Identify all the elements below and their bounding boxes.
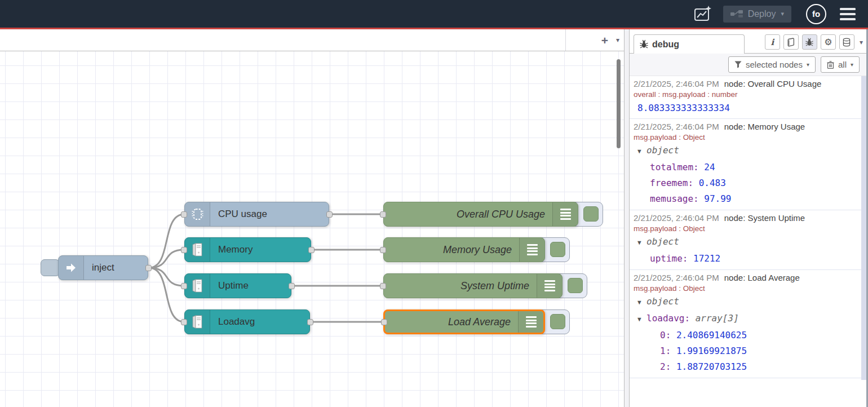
filter-funnel-icon [734, 61, 742, 68]
node-loadavg[interactable]: Loadavg [184, 309, 310, 334]
payload-value: 1.99169921875 [676, 346, 747, 356]
message-timestamp: 2/21/2025, 2:46:04 PM [634, 213, 719, 223]
header-bar: Deploy ▾ fo [0, 0, 868, 29]
message-property-path: msg.payload : Object [634, 284, 859, 294]
avatar-initials: fo [812, 9, 820, 19]
input-port[interactable] [381, 319, 387, 325]
output-port[interactable] [289, 283, 295, 289]
clear-messages-button[interactable]: all ▾ [821, 56, 860, 73]
input-port[interactable] [380, 283, 386, 289]
message-property-path: overall : msg.payload : number [634, 90, 859, 100]
sidebar-splitter[interactable] [624, 29, 630, 407]
debug-message-list[interactable]: 2/21/2025, 2:46:04 PMnode: Overall CPU U… [630, 76, 867, 407]
debug-message[interactable]: 2/21/2025, 2:46:04 PMnode: System Uptime… [630, 210, 867, 270]
wire[interactable] [149, 268, 184, 286]
message-timestamp: 2/21/2025, 2:46:04 PM [634, 79, 719, 89]
output-port[interactable] [145, 265, 152, 271]
node-debug-overall-cpu[interactable]: Overall CPU Usage [383, 202, 578, 227]
node-red-app: Deploy ▾ fo + ▾ [0, 0, 868, 407]
message-source-node: node: System Uptime [724, 213, 805, 223]
node-debug-load-average[interactable]: Load Average [383, 309, 545, 334]
node-debug-uptime[interactable]: System Uptime [383, 273, 563, 298]
debug-enable-toggle[interactable] [583, 206, 599, 222]
payload-value: 1.88720703125 [676, 361, 747, 372]
input-port[interactable] [181, 283, 187, 289]
config-nodes-tab-button[interactable]: ⚙ [821, 34, 836, 50]
flow-tab-bar: + ▾ [0, 29, 624, 51]
main-menu-button[interactable] [840, 8, 856, 20]
user-avatar[interactable]: fo [806, 4, 826, 24]
debug-filter-row: selected nodes ▾ all ▾ [630, 54, 867, 76]
debug-enable-toggle[interactable] [568, 278, 583, 293]
tab-bar-divider [565, 29, 566, 51]
ai-assistant-button[interactable] [693, 4, 713, 24]
sidebar-menu-caret-icon[interactable]: ▾ [860, 38, 863, 46]
collapse-caret-icon[interactable]: ▼ [637, 235, 646, 251]
payload-key: 2 [660, 361, 676, 372]
database-icon [842, 38, 851, 47]
node-inject[interactable]: inject [58, 255, 148, 280]
output-port[interactable] [326, 211, 333, 218]
flow-list-caret-icon[interactable]: ▾ [616, 36, 619, 44]
node-label: System Uptime [384, 280, 537, 292]
object-type-label: object [646, 296, 679, 307]
inject-trigger-button[interactable] [41, 259, 60, 276]
sidebar-tab-bar: debug i [630, 29, 867, 54]
output-port[interactable] [308, 247, 315, 253]
node-label: Memory Usage [384, 244, 519, 256]
debug-output-icon [537, 274, 562, 298]
node-memory[interactable]: Memory [184, 237, 311, 262]
input-port[interactable] [380, 247, 386, 253]
node-label: Overall CPU Usage [384, 209, 552, 220]
payload-value: 2.40869140625 [676, 330, 747, 340]
payload-value: 17212 [693, 253, 720, 264]
collapse-caret-icon[interactable]: ▼ [637, 144, 646, 160]
help-tab-button[interactable] [783, 34, 799, 50]
node-cpu-usage[interactable]: CPU usage [184, 202, 329, 227]
deploy-button[interactable]: Deploy ▾ [723, 6, 791, 23]
debug-enable-toggle[interactable] [550, 242, 565, 257]
input-port[interactable] [181, 319, 187, 325]
debug-enable-toggle[interactable] [550, 314, 565, 329]
payload-key: memusage [650, 193, 704, 204]
node-label: Load Average [385, 316, 518, 328]
node-uptime[interactable]: Uptime [184, 273, 291, 298]
deploy-caret-icon[interactable]: ▾ [781, 10, 784, 17]
input-port[interactable] [181, 247, 187, 253]
filter-nodes-button[interactable]: selected nodes ▾ [728, 56, 816, 73]
sidebar-scrollbar-track[interactable] [861, 76, 866, 380]
object-type-label: object [646, 145, 679, 156]
collapse-caret-icon[interactable]: ▼ [637, 295, 646, 311]
payload-key: freemem [650, 178, 699, 188]
wire[interactable] [149, 250, 184, 268]
flow-canvas[interactable]: inject CPU usage [0, 51, 624, 407]
trash-icon [827, 61, 834, 69]
tab-debug[interactable]: debug [634, 34, 745, 54]
context-data-tab-button[interactable] [839, 34, 854, 50]
collapse-caret-icon[interactable]: ▼ [637, 312, 646, 328]
server-tower-icon [185, 310, 210, 334]
payload-key: 0 [660, 330, 676, 340]
debug-message[interactable]: 2/21/2025, 2:46:04 PMnode: Load Average … [630, 270, 867, 378]
add-flow-button[interactable]: + [601, 34, 608, 46]
message-timestamp: 2/21/2025, 2:46:04 PM [634, 122, 719, 131]
clear-label: all [838, 60, 847, 69]
info-icon: i [771, 37, 774, 47]
message-source-node: node: Load Average [724, 273, 800, 282]
server-tower-icon [185, 274, 210, 298]
bug-icon [639, 39, 649, 49]
info-tab-button[interactable]: i [765, 34, 780, 50]
output-port[interactable] [307, 319, 313, 325]
payload-key: uptime [650, 253, 693, 264]
debug-message[interactable]: 2/21/2025, 2:46:04 PMnode: Overall CPU U… [630, 76, 867, 119]
canvas-vertical-scrollbar[interactable] [617, 59, 621, 148]
debug-message[interactable]: 2/21/2025, 2:46:04 PMnode: Memory Usage … [630, 119, 867, 210]
debug-tab-button[interactable] [802, 34, 817, 50]
object-type-label: object [646, 236, 679, 247]
clear-caret-icon: ▾ [851, 61, 853, 68]
debug-output-icon [518, 311, 543, 333]
node-debug-memory[interactable]: Memory Usage [383, 237, 545, 262]
input-port[interactable] [380, 211, 386, 218]
input-port[interactable] [181, 211, 187, 218]
array-type-label: array[3] [696, 313, 739, 324]
